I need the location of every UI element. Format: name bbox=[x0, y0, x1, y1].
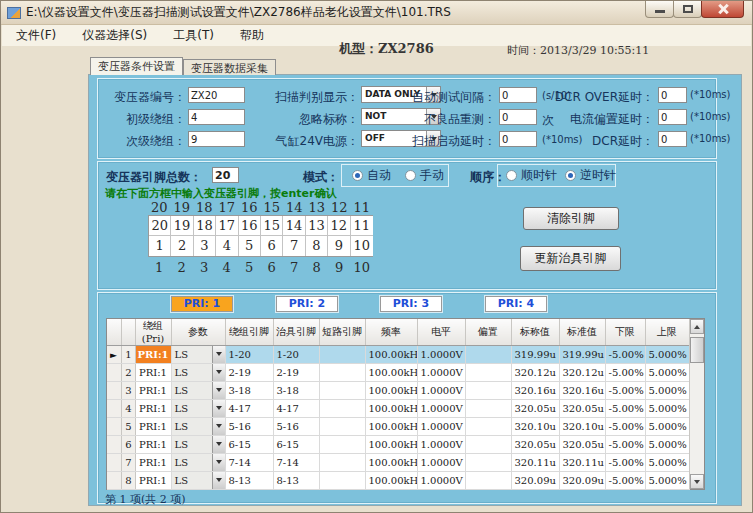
standard-cell[interactable]: 320.09u bbox=[559, 471, 605, 489]
table-row[interactable]: 3 PRI:1 LS 3-18 3-18 100.00kHz 1.0000V 3… bbox=[107, 381, 689, 399]
row-number[interactable]: 8 bbox=[121, 471, 135, 489]
header-upper[interactable]: 上限 bbox=[645, 319, 689, 345]
frequency-cell[interactable]: 100.00kHz bbox=[365, 435, 417, 453]
pin-input-cell[interactable]: 18 bbox=[194, 216, 216, 236]
close-button[interactable] bbox=[701, 1, 744, 18]
param-dropdown-button[interactable] bbox=[212, 454, 225, 471]
maximize-button[interactable] bbox=[673, 1, 702, 18]
param-dropdown-button[interactable] bbox=[212, 418, 225, 435]
mode-auto-radio[interactable]: 自动 bbox=[352, 167, 391, 184]
pin-input-cell[interactable]: 9 bbox=[328, 236, 350, 256]
pin-total-input[interactable] bbox=[212, 167, 239, 183]
minimize-button[interactable] bbox=[645, 1, 674, 18]
pri-1-button[interactable]: PRI: 1 bbox=[171, 296, 233, 312]
winding-pins-cell[interactable]: 1-20 bbox=[225, 345, 273, 363]
header-winding-pins[interactable]: 绕组引脚 bbox=[225, 319, 273, 345]
param-cell[interactable]: LS bbox=[171, 399, 225, 417]
frequency-cell[interactable]: 100.00kHz bbox=[365, 471, 417, 489]
level-cell[interactable]: 1.0000V bbox=[417, 363, 465, 381]
pin-input-cell[interactable]: 19 bbox=[171, 216, 193, 236]
pin-input-cell[interactable]: 8 bbox=[306, 236, 328, 256]
lower-limit-cell[interactable]: -5.00% bbox=[605, 345, 645, 363]
pri-2-button[interactable]: PRI: 2 bbox=[276, 296, 338, 312]
header-standard[interactable]: 标准值 bbox=[559, 319, 605, 345]
winding-pins-cell[interactable]: 4-17 bbox=[225, 399, 273, 417]
transformer-number-input[interactable] bbox=[188, 87, 245, 103]
upper-limit-cell[interactable]: 5.000% bbox=[645, 471, 689, 489]
fixture-pins-cell[interactable]: 1-20 bbox=[273, 345, 319, 363]
table-row[interactable]: 2 PRI:1 LS 2-19 2-19 100.00kHz 1.0000V 3… bbox=[107, 363, 689, 381]
upper-limit-cell[interactable]: 5.000% bbox=[645, 399, 689, 417]
row-number[interactable]: 5 bbox=[121, 417, 135, 435]
menu-help[interactable]: 帮助 bbox=[240, 27, 264, 44]
param-cell[interactable]: LS bbox=[171, 435, 225, 453]
winding-cell[interactable]: PRI:1 bbox=[135, 471, 171, 489]
bias-cell[interactable] bbox=[465, 363, 511, 381]
row-number[interactable]: 4 bbox=[121, 399, 135, 417]
param-dropdown-button[interactable] bbox=[212, 382, 225, 399]
frequency-cell[interactable]: 100.00kHz bbox=[365, 453, 417, 471]
lower-limit-cell[interactable]: -5.00% bbox=[605, 417, 645, 435]
nominal-cell[interactable]: 320.12u bbox=[511, 363, 559, 381]
bias-cell[interactable] bbox=[465, 399, 511, 417]
table-row[interactable]: ► 1 PRI:1 LS 1-20 1-20 100.00kHz 1.0000V… bbox=[107, 345, 689, 363]
bias-cell[interactable] bbox=[465, 417, 511, 435]
pri-4-button[interactable]: PRI: 4 bbox=[485, 296, 547, 312]
lower-limit-cell[interactable]: -5.00% bbox=[605, 435, 645, 453]
header-frequency[interactable]: 频率 bbox=[365, 319, 417, 345]
level-cell[interactable]: 1.0000V bbox=[417, 471, 465, 489]
header-short-pins[interactable]: 短路引脚 bbox=[319, 319, 365, 345]
menu-tools[interactable]: 工具(T) bbox=[173, 27, 214, 44]
fixture-pins-cell[interactable]: 5-16 bbox=[273, 417, 319, 435]
title-bar[interactable]: E:\仪器设置文件\变压器扫描测试设置文件\ZX2786样品老化设置文件\101… bbox=[1, 1, 752, 25]
param-dropdown-button[interactable] bbox=[212, 472, 225, 489]
pin-input-cell[interactable]: 11 bbox=[351, 216, 373, 236]
pin-input-cell[interactable]: 17 bbox=[216, 216, 238, 236]
fixture-pins-cell[interactable]: 8-13 bbox=[273, 471, 319, 489]
upper-limit-cell[interactable]: 5.000% bbox=[645, 363, 689, 381]
header-winding[interactable]: 绕组(Pri) bbox=[135, 319, 171, 345]
param-cell[interactable]: LS bbox=[171, 345, 225, 363]
clear-pins-button[interactable]: 清除引脚 bbox=[523, 207, 619, 230]
short-pins-cell[interactable] bbox=[319, 363, 365, 381]
level-cell[interactable]: 1.0000V bbox=[417, 399, 465, 417]
nominal-cell[interactable]: 320.10u bbox=[511, 417, 559, 435]
header-nominal[interactable]: 标称值 bbox=[511, 319, 559, 345]
pin-input-cell[interactable]: 12 bbox=[328, 216, 350, 236]
pin-input-cell[interactable]: 3 bbox=[194, 236, 216, 256]
mode-manual-radio[interactable]: 手动 bbox=[405, 167, 444, 184]
nominal-cell[interactable]: 320.05u bbox=[511, 399, 559, 417]
frequency-cell[interactable]: 100.00kHz bbox=[365, 417, 417, 435]
standard-cell[interactable]: 320.05u bbox=[559, 435, 605, 453]
frequency-cell[interactable]: 100.00kHz bbox=[365, 399, 417, 417]
fixture-pins-cell[interactable]: 6-15 bbox=[273, 435, 319, 453]
header-bias[interactable]: 偏置 bbox=[465, 319, 511, 345]
winding-cell[interactable]: PRI:1 bbox=[135, 435, 171, 453]
dcr-delay-input[interactable] bbox=[658, 131, 687, 147]
winding-pins-cell[interactable]: 3-18 bbox=[225, 381, 273, 399]
row-number[interactable]: 6 bbox=[121, 435, 135, 453]
pin-input-cell[interactable]: 15 bbox=[261, 216, 283, 236]
pin-input-cell[interactable]: 2 bbox=[171, 236, 193, 256]
nominal-cell[interactable]: 320.09u bbox=[511, 471, 559, 489]
header-lower[interactable]: 下限 bbox=[605, 319, 645, 345]
update-fixture-pins-button[interactable]: 更新治具引脚 bbox=[520, 246, 621, 271]
menu-instrument-select[interactable]: 仪器选择(S) bbox=[82, 27, 147, 44]
standard-cell[interactable]: 319.99u bbox=[559, 345, 605, 363]
table-row[interactable]: 7 PRI:1 LS 7-14 7-14 100.00kHz 1.0000V 3… bbox=[107, 453, 689, 471]
short-pins-cell[interactable] bbox=[319, 345, 365, 363]
table-row[interactable]: 4 PRI:1 LS 4-17 4-17 100.00kHz 1.0000V 3… bbox=[107, 399, 689, 417]
lower-limit-cell[interactable]: -5.00% bbox=[605, 363, 645, 381]
bias-cell[interactable] bbox=[465, 345, 511, 363]
row-number[interactable]: 1 bbox=[121, 345, 135, 363]
short-pins-cell[interactable] bbox=[319, 381, 365, 399]
tab-transformer-data-capture[interactable]: 变压器数据采集 bbox=[183, 59, 276, 75]
table-row[interactable]: 5 PRI:1 LS 5-16 5-16 100.00kHz 1.0000V 3… bbox=[107, 417, 689, 435]
bias-cell[interactable] bbox=[465, 435, 511, 453]
short-pins-cell[interactable] bbox=[319, 399, 365, 417]
winding-pins-cell[interactable]: 2-19 bbox=[225, 363, 273, 381]
dcr-over-delay-input[interactable] bbox=[658, 87, 687, 103]
param-dropdown-button[interactable] bbox=[212, 400, 225, 417]
frequency-cell[interactable]: 100.00kHz bbox=[365, 363, 417, 381]
upper-limit-cell[interactable]: 5.000% bbox=[645, 453, 689, 471]
